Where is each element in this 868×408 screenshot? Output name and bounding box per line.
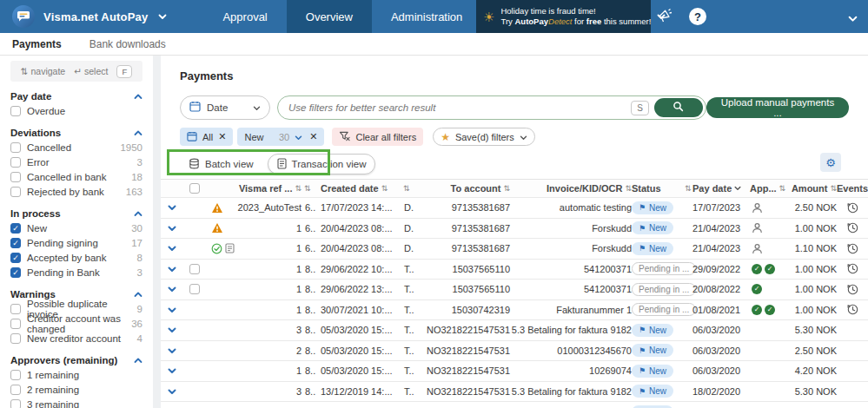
batch-view-button[interactable]: Batch view [180, 154, 262, 174]
table-row[interactable]: 1 8.. 29/06/2022 10:... T.. 15037565110 … [161, 260, 868, 280]
col-extra-sort[interactable]: ⇅ [301, 184, 321, 193]
row-expand-chevron-icon[interactable] [168, 305, 176, 315]
table-row[interactable]: 3 8.. 13/12/2019 14:... T.. NO3218221547… [161, 382, 868, 403]
row-expand-chevron-icon[interactable] [168, 325, 176, 335]
filter-checkbox[interactable]: ✓ [10, 223, 21, 234]
filter-checkbox[interactable] [10, 157, 21, 168]
filter-item[interactable]: ✓ Accepted by bank 8 [10, 250, 142, 265]
row-checkbox[interactable] [189, 264, 200, 274]
subtab-payments[interactable]: Payments [12, 38, 62, 50]
megaphone-icon[interactable] [657, 8, 673, 26]
nav-tab-overview[interactable]: Overview [287, 0, 372, 33]
filter-checkbox[interactable]: ✓ [10, 267, 21, 278]
filter-item[interactable]: 3 remaining [10, 397, 142, 408]
filter-checkbox[interactable] [10, 304, 21, 314]
filter-item[interactable]: Cancelled in bank 18 [10, 169, 142, 184]
table-row[interactable]: 2 8.. 05/03/2020 15:... T.. NO3218221547… [161, 341, 868, 362]
sort-desc-icon[interactable] [734, 184, 741, 193]
table-row[interactable]: 1 6.. 20/04/2023 08:... D. 97135381687 F… [161, 239, 868, 260]
filter-chip-new[interactable]: New 30 ✕ [237, 128, 324, 146]
filter-checkbox[interactable] [10, 319, 21, 329]
saved-filters-dropdown[interactable]: ★ Save(d) filters [433, 128, 535, 146]
search-button[interactable] [654, 98, 703, 117]
collapse-chevron-up-icon[interactable] [134, 127, 142, 139]
col-status[interactable]: Status [632, 183, 682, 194]
filter-checkbox[interactable] [10, 187, 21, 197]
col-pay-date[interactable]: Pay date [692, 183, 750, 194]
events-history-icon[interactable] [847, 222, 858, 234]
new-filter-chevron-down-icon[interactable] [295, 132, 302, 142]
nav-tab-approval[interactable]: Approval [203, 0, 286, 33]
table-settings-gear-icon[interactable]: ⚙ [820, 153, 841, 172]
filter-item[interactable]: 2 remaining [10, 382, 142, 397]
promo-banner[interactable]: ☀ Holiday time is fraud time! Try AutoPa… [476, 0, 651, 33]
collapse-chevron-up-icon[interactable] [134, 90, 142, 102]
filter-section-header[interactable]: In process [10, 206, 142, 220]
row-expand-chevron-icon[interactable] [168, 223, 176, 234]
table-row[interactable]: 2 8.. 13/12/2019 14:... T.. NO3218221547… [161, 402, 868, 408]
events-history-icon[interactable] [847, 263, 858, 274]
filter-item[interactable]: ✓ Pending signing 17 [10, 235, 142, 250]
filter-item[interactable]: ✓ New 30 [10, 220, 142, 235]
col-status-sort[interactable]: ⇅ [682, 184, 692, 193]
select-all-checkbox[interactable] [189, 183, 200, 194]
navbar-collapse-chevron-icon[interactable] [848, 13, 858, 25]
row-expand-chevron-icon[interactable] [168, 345, 176, 356]
brand-chevron-down-icon[interactable] [158, 10, 167, 23]
filter-item[interactable]: 1 remaining [10, 367, 142, 382]
subtab-bank-downloads[interactable]: Bank downloads [89, 38, 166, 50]
table-row[interactable]: 2023_AutoTest 6.. 17/07/2023 14:... D. 9… [161, 198, 868, 219]
filter-item[interactable]: Error 3 [10, 155, 142, 169]
filter-section-header[interactable]: Pay date [10, 89, 142, 103]
row-checkbox[interactable] [189, 284, 200, 294]
col-created-date[interactable]: Created date⇅ [321, 183, 401, 194]
transaction-view-button[interactable]: Transaction view [268, 154, 376, 174]
sort-icon[interactable]: ⇅ [503, 184, 510, 193]
brand[interactable]: Visma.net AutoPay [0, 5, 179, 28]
events-history-icon[interactable] [847, 243, 858, 254]
col-extra-sort-2[interactable]: ⇅ [401, 184, 423, 193]
col-invoice[interactable]: Invoice/KID/OCR⇅ [510, 183, 632, 194]
sort-icon[interactable]: ⇅ [295, 184, 301, 193]
filter-checkbox[interactable] [10, 106, 21, 116]
filter-checkbox[interactable]: ✓ [10, 253, 21, 263]
filter-checkbox[interactable] [10, 385, 21, 395]
filter-item[interactable]: Rejected by bank 163 [10, 184, 142, 199]
row-expand-chevron-icon[interactable] [168, 202, 176, 213]
events-history-icon[interactable] [847, 304, 858, 315]
sort-icon[interactable]: ⇅ [830, 184, 837, 193]
col-visma-ref[interactable]: Visma ref ...⇅ [237, 183, 301, 194]
row-expand-chevron-icon[interactable] [168, 243, 176, 253]
col-amount[interactable]: Amount⇅ [783, 183, 837, 194]
col-approvers[interactable]: App...⇅ [750, 183, 783, 194]
filter-chip-all[interactable]: All ✕ [180, 128, 233, 146]
row-expand-chevron-icon[interactable] [168, 365, 176, 376]
collapse-chevron-up-icon[interactable] [134, 207, 142, 220]
nav-tab-administration[interactable]: Administration [372, 0, 481, 33]
row-expand-chevron-icon[interactable] [168, 264, 176, 274]
collapse-chevron-up-icon[interactable] [134, 288, 142, 300]
col-to-account[interactable]: To account⇅ [423, 183, 510, 194]
filter-checkbox[interactable]: ✓ [10, 238, 21, 248]
clear-all-filters-button[interactable]: Clear all filters [332, 128, 423, 146]
sort-icon[interactable]: ⇅ [625, 184, 632, 193]
date-filter-dropdown[interactable]: Date [180, 95, 270, 120]
search-input[interactable] [288, 102, 626, 113]
collapse-chevron-up-icon[interactable] [134, 354, 142, 366]
filter-checkbox[interactable] [10, 142, 21, 153]
remove-all-filter-icon[interactable]: ✕ [218, 131, 226, 142]
row-expand-chevron-icon[interactable] [168, 386, 176, 397]
table-row[interactable]: 1 8.. 30/07/2021 10:... T.. 15030742319 … [161, 300, 868, 321]
upload-manual-payments-button[interactable]: Upload manual payments ... [706, 97, 849, 118]
filter-item[interactable]: Overdue [10, 103, 142, 118]
help-icon[interactable]: ? [689, 8, 706, 25]
sort-icon[interactable]: ⇅ [381, 184, 388, 193]
filter-checkbox[interactable] [10, 399, 21, 408]
events-history-icon[interactable] [847, 284, 858, 295]
filter-item[interactable]: Creditor account was changed 36 [10, 316, 142, 331]
remove-new-filter-icon[interactable]: ✕ [309, 131, 317, 142]
table-row[interactable]: 1 8.. 29/06/2022 13:... T.. 15037565110 … [161, 280, 868, 300]
row-expand-chevron-icon[interactable] [168, 284, 176, 294]
table-row[interactable]: 3 8.. 05/03/2020 15:... T.. NO3218221547… [161, 320, 868, 341]
filter-checkbox[interactable] [10, 370, 21, 380]
